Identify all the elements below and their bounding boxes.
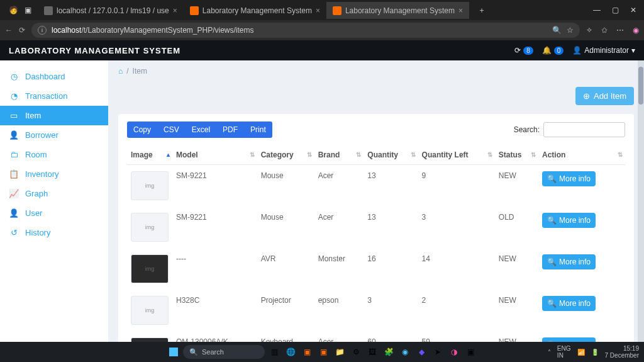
close-window-icon[interactable]: ✕	[630, 6, 636, 14]
sidebar-item-transaction[interactable]: ◔Transaction	[0, 86, 108, 106]
cell-brand: Acer	[314, 206, 364, 248]
user-icon: 👤	[9, 130, 19, 140]
browser-tab-1[interactable]: Laboratory Management System ×	[184, 2, 326, 19]
more-icon[interactable]: ⋯	[616, 26, 624, 35]
sidebar-item-room[interactable]: 🗀Room	[0, 145, 108, 164]
sidebar: ◷Dashboard ◔Transaction ▭Item 👤Borrower …	[0, 60, 108, 342]
chevron-up-icon[interactable]: ˄	[548, 349, 551, 356]
sidebar-item-borrower[interactable]: 👤Borrower	[0, 125, 108, 145]
back-icon[interactable]: ←	[5, 26, 13, 35]
maximize-icon[interactable]: ▢	[612, 6, 619, 14]
app-icon[interactable]: ◑	[447, 345, 461, 359]
system-tray[interactable]: ˄ ENGIN 📶 🔋 15:197 December	[548, 345, 639, 359]
copilot-icon[interactable]: ◉	[633, 26, 639, 35]
more-info-button[interactable]: 🔍 More info	[542, 337, 596, 342]
profile-icon[interactable]: 🧑	[9, 6, 18, 14]
close-icon[interactable]: ×	[173, 6, 177, 15]
close-icon[interactable]: ×	[458, 6, 463, 15]
sidebar-item-inventory[interactable]: 📋Inventory	[0, 164, 108, 184]
favicon-icon	[333, 6, 341, 15]
browser-tab-2[interactable]: Laboratory Management System ×	[326, 2, 469, 19]
url-field[interactable]: i localhost/t/LaboratoryManagementSystem…	[31, 23, 580, 38]
refresh-icon[interactable]: ⟳	[19, 26, 25, 35]
favorite-icon[interactable]: ☆	[567, 26, 574, 35]
export-pdf-button[interactable]: PDF	[216, 122, 244, 138]
clock-icon: ◔	[9, 91, 19, 101]
cell-category: Mouse	[257, 206, 314, 248]
items-indicator[interactable]: ⟳ 8	[514, 46, 533, 55]
taskbar-search[interactable]: 🔍Search	[183, 345, 265, 359]
workspaces-icon[interactable]: ▣	[25, 6, 31, 14]
site-info-icon[interactable]: i	[38, 26, 47, 35]
col-category[interactable]: Category⇅	[257, 145, 314, 165]
tab-label: Laboratory Management System	[345, 6, 455, 15]
tray-region: IN	[557, 352, 564, 359]
add-item-button[interactable]: ⊕Add Item	[575, 87, 634, 105]
cell-model: SM-9221	[172, 165, 257, 207]
wifi-icon[interactable]: 📶	[577, 349, 585, 356]
notifications-indicator[interactable]: 🔔 0	[542, 46, 564, 55]
search-input[interactable]	[543, 122, 625, 137]
col-quantity-left[interactable]: Quantity Left⇅	[418, 145, 495, 165]
app-icon[interactable]: 🖼	[365, 345, 379, 359]
new-tab-button[interactable]: ＋	[473, 3, 491, 18]
export-csv-button[interactable]: CSV	[157, 122, 186, 138]
more-info-button[interactable]: 🔍 More info	[542, 254, 596, 269]
taskbar-search-placeholder: Search	[202, 348, 224, 356]
cell-model: H328C	[172, 290, 257, 331]
sidebar-item-label: History	[25, 228, 50, 237]
taskbar: 🔍Search ▥ 🌐 ▣ ▣ 📁 ⚙ 🖼 🧩 ◉ ◆ ➤ ◑ ▣ ˄ ENGI…	[0, 342, 644, 362]
cell-status: NEW	[495, 331, 538, 342]
battery-icon[interactable]: 🔋	[591, 349, 599, 356]
minimize-icon[interactable]: —	[593, 6, 601, 14]
close-icon[interactable]: ×	[316, 6, 320, 15]
scrollbar-track[interactable]	[638, 60, 644, 342]
cell-quantity: 3	[364, 290, 418, 331]
col-model[interactable]: Model⇅	[172, 145, 257, 165]
app-icon[interactable]: ◆	[414, 345, 428, 359]
app-icon[interactable]: ⚙	[349, 345, 363, 359]
more-info-button[interactable]: 🔍 More info	[542, 213, 596, 228]
col-brand[interactable]: Brand⇅	[314, 145, 364, 165]
export-copy-button[interactable]: Copy	[127, 122, 157, 138]
scrollbar-thumb[interactable]	[638, 67, 643, 105]
history-icon: ↺	[9, 228, 19, 237]
export-print-button[interactable]: Print	[244, 122, 272, 138]
col-quantity[interactable]: Quantity⇅	[364, 145, 418, 165]
zoom-icon[interactable]: 🔍	[552, 26, 562, 35]
more-info-button[interactable]: 🔍 More info	[542, 171, 596, 186]
url-path: /t/LaboratoryManagementSystem_PHP/views/…	[81, 26, 253, 35]
search-icon: 🔍	[547, 299, 557, 308]
favicon-icon	[190, 6, 199, 15]
app-icon[interactable]: ➤	[431, 345, 445, 359]
person-icon: 👤	[9, 208, 19, 218]
start-button[interactable]	[167, 345, 180, 359]
app-icon[interactable]: ▣	[300, 345, 314, 359]
home-icon[interactable]: ⌂	[118, 67, 123, 76]
app-icon[interactable]: ◉	[398, 345, 412, 359]
sidebar-item-dashboard[interactable]: ◷Dashboard	[0, 67, 108, 86]
app-icon[interactable]: 🌐	[284, 345, 297, 359]
sidebar-item-history[interactable]: ↺History	[0, 223, 108, 242]
extensions-icon[interactable]: ✧	[586, 26, 592, 35]
col-image[interactable]: Image▴	[127, 145, 172, 165]
breadcrumb-sep: /	[126, 67, 128, 76]
app-icon[interactable]: ▣	[316, 345, 330, 359]
sidebar-item-graph[interactable]: 📈Graph	[0, 184, 108, 203]
tray-clock[interactable]: 15:197 December	[605, 345, 639, 359]
plus-circle-icon: ⊕	[583, 91, 590, 101]
col-action[interactable]: Action⇅	[538, 145, 625, 165]
favorites-bar-icon[interactable]: ✩	[601, 26, 608, 35]
task-view-icon[interactable]: ▥	[267, 345, 281, 359]
more-info-button[interactable]: 🔍 More info	[542, 296, 596, 311]
clipboard-icon: 📋	[9, 169, 19, 179]
sidebar-item-item[interactable]: ▭Item	[0, 106, 108, 125]
app-icon[interactable]: 🧩	[382, 345, 396, 359]
browser-tab-0[interactable]: localhost / 127.0.0.1 / lms19 / use ×	[38, 2, 184, 19]
sidebar-item-user[interactable]: 👤User	[0, 203, 108, 223]
export-excel-button[interactable]: Excel	[186, 122, 216, 138]
col-status[interactable]: Status⇅	[495, 145, 538, 165]
app-icon[interactable]: ▣	[464, 345, 477, 359]
app-icon[interactable]: 📁	[333, 345, 347, 359]
user-menu[interactable]: 👤 Administrator ▾	[572, 46, 635, 55]
